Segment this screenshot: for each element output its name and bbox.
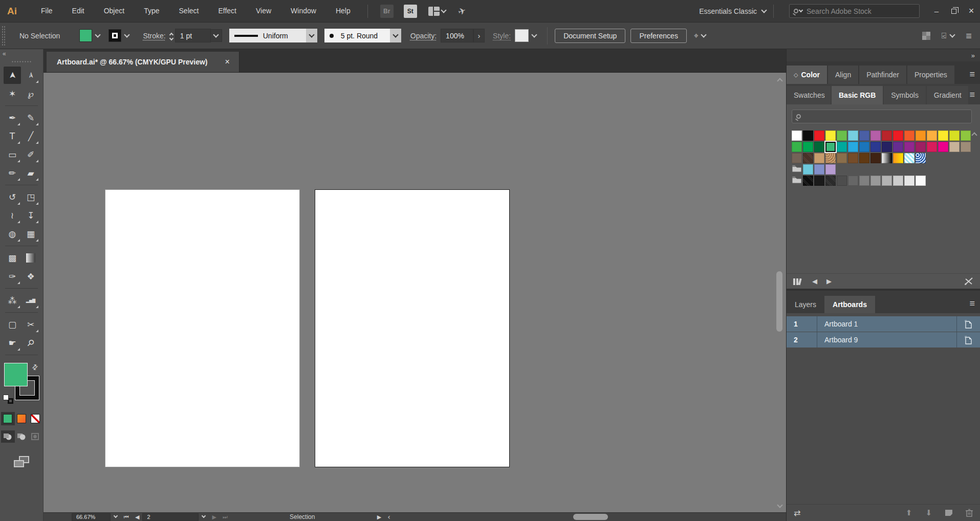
new-artboard-icon[interactable]	[945, 510, 952, 516]
swatch[interactable]	[848, 176, 858, 186]
swatch[interactable]	[848, 153, 858, 163]
scroll-down-icon[interactable]	[777, 502, 782, 508]
tab-layers[interactable]: Layers	[787, 296, 824, 313]
menu-view[interactable]: View	[246, 0, 281, 22]
tab-artboards[interactable]: Artboards	[824, 296, 875, 313]
swatch-libraries-icon[interactable]	[793, 277, 803, 286]
menu-edit[interactable]: Edit	[62, 0, 94, 22]
fill-color-swatch[interactable]	[79, 29, 92, 42]
swatch-search-field[interactable]	[792, 110, 972, 123]
tool-rotate[interactable]: ↺	[4, 188, 21, 206]
swatch-gradient[interactable]	[882, 153, 892, 163]
swatch[interactable]	[882, 142, 892, 152]
next-swatch-library-icon[interactable]: ▶	[826, 277, 832, 285]
swatch[interactable]	[904, 131, 914, 141]
tab-basic-rgb[interactable]: Basic RGB	[832, 86, 883, 104]
document-setup-button[interactable]: Document Setup	[555, 29, 625, 43]
previous-swatch-library-icon[interactable]: ◀	[812, 277, 817, 285]
swatch[interactable]	[825, 142, 836, 152]
swatch[interactable]	[792, 131, 802, 141]
panel-collapse-button[interactable]: »	[971, 52, 975, 59]
swatch[interactable]	[870, 153, 881, 163]
swatch-pattern[interactable]	[916, 153, 926, 163]
search-scope-chevron-icon[interactable]	[799, 8, 803, 12]
stroke-color-swatch[interactable]	[108, 29, 121, 42]
swatch[interactable]	[837, 131, 847, 141]
tool-selection[interactable]: ➤	[4, 67, 21, 84]
artboard-name[interactable]: Artboard 1	[817, 320, 956, 328]
tool-zoom[interactable]: ⚲	[22, 334, 39, 352]
draw-inside-button[interactable]	[29, 430, 42, 443]
style-label[interactable]: Style:	[493, 32, 511, 40]
touch-workspace-icon[interactable]	[922, 32, 930, 40]
last-artboard-button[interactable]: ⏭	[220, 514, 231, 520]
tool-gradient[interactable]	[22, 249, 39, 267]
swatch[interactable]	[814, 131, 824, 141]
artboard-1[interactable]	[105, 189, 300, 467]
workspace-switcher[interactable]: Essentials Classic	[699, 7, 757, 15]
next-artboard-button[interactable]: ▶	[209, 514, 219, 520]
tool-perspective-grid[interactable]: ▦	[22, 225, 39, 243]
swap-fill-stroke-icon[interactable]: ⇄	[30, 362, 40, 372]
swatch[interactable]	[837, 142, 847, 152]
artboards-panel-menu-icon[interactable]: ≡	[969, 298, 980, 313]
first-artboard-button[interactable]: ⏮	[121, 514, 132, 520]
swatch[interactable]	[814, 176, 824, 186]
scroll-left-icon[interactable]: ‹	[384, 513, 394, 521]
artboard-row-1[interactable]: 1Artboard 1	[787, 316, 980, 332]
swatch[interactable]	[904, 176, 914, 186]
move-artboard-up-icon[interactable]: ⬆	[906, 508, 912, 517]
bridge-button[interactable]: Br	[380, 5, 394, 18]
tab-swatches[interactable]: Swatches	[787, 86, 831, 104]
tool-pen[interactable]: ✒	[4, 109, 21, 126]
swatch[interactable]	[848, 131, 858, 141]
brush-chevron-icon[interactable]	[393, 32, 398, 37]
arrange-documents-icon[interactable]	[428, 7, 440, 16]
tool-eraser[interactable]: ▰	[22, 164, 39, 182]
paint-gradient-button[interactable]	[15, 412, 29, 425]
menu-help[interactable]: Help	[326, 0, 360, 22]
tool-paintbrush[interactable]: ✐	[22, 146, 39, 163]
swatch[interactable]	[870, 131, 881, 141]
swatch-group-folder-icon[interactable]	[792, 176, 802, 186]
style-chevron-icon[interactable]	[531, 32, 537, 37]
stroke-chevron-icon[interactable]	[124, 32, 130, 37]
menu-effect[interactable]: Effect	[208, 0, 246, 22]
artboard-nav-chevron-icon[interactable]	[202, 514, 206, 518]
tool-scale[interactable]: ◳	[22, 188, 39, 206]
preferences-button[interactable]: Preferences	[630, 29, 686, 43]
arrange-documents-chevron-icon[interactable]	[441, 7, 446, 13]
vertical-scroll-thumb[interactable]	[776, 271, 782, 332]
swatch[interactable]	[916, 131, 926, 141]
adobe-stock-search[interactable]: Search Adobe Stock	[789, 4, 920, 18]
swatch[interactable]	[814, 153, 824, 163]
minimize-button[interactable]: –	[928, 4, 945, 19]
delete-artboard-icon[interactable]	[966, 509, 973, 517]
swatch[interactable]	[927, 131, 937, 141]
artboard-navigation-input[interactable]: 2	[142, 513, 199, 521]
gpu-performance-rocket-icon[interactable]: ✈	[456, 5, 467, 17]
swatch[interactable]	[893, 176, 903, 186]
swatch-scrollbar[interactable]	[970, 131, 978, 137]
swatch-texture[interactable]	[825, 176, 836, 186]
default-fill-stroke-icon[interactable]	[3, 395, 13, 404]
swatch[interactable]	[803, 142, 813, 152]
swatch[interactable]	[825, 131, 836, 141]
swatch-texture[interactable]	[803, 176, 813, 186]
tool-slice[interactable]: ✂	[22, 316, 39, 333]
menu-file[interactable]: File	[31, 0, 62, 22]
tool-symbol-sprayer[interactable]: ⁂	[4, 292, 21, 309]
tab-gradient[interactable]: Gradient	[927, 86, 969, 104]
swatch-pattern[interactable]	[825, 153, 836, 163]
menu-type[interactable]: Type	[134, 0, 169, 22]
swatch[interactable]	[848, 142, 858, 152]
swatch[interactable]	[837, 153, 847, 163]
tool-shape-builder[interactable]: ◍	[4, 225, 21, 243]
swatch[interactable]	[893, 142, 903, 152]
swatch[interactable]	[949, 142, 960, 152]
tool-eyedropper[interactable]: ✑	[4, 268, 21, 285]
vertical-scrollbar[interactable]	[774, 73, 786, 512]
swatch[interactable]	[916, 176, 926, 186]
workspace-chevron-icon[interactable]	[761, 7, 767, 13]
paint-color-button[interactable]	[1, 412, 15, 425]
